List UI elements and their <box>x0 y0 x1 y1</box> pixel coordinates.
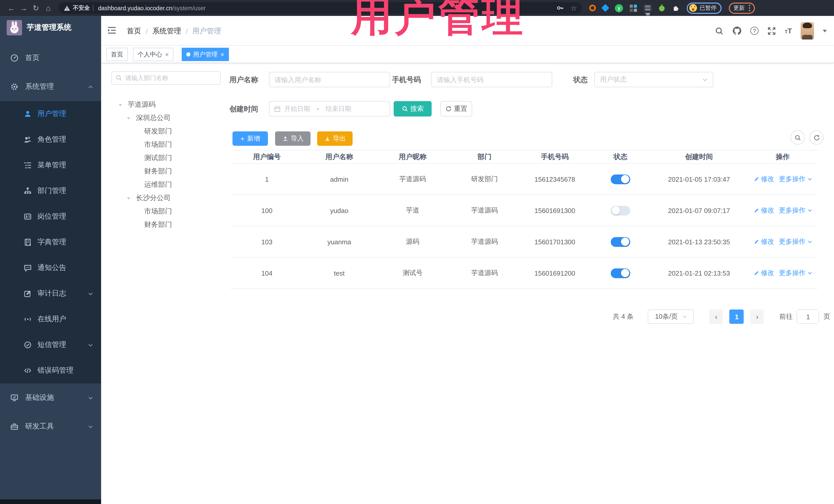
sidebar-item-online-users[interactable]: 在线用户 <box>0 306 101 332</box>
tree-node[interactable]: 芋道源码 <box>111 98 224 111</box>
close-icon[interactable]: ✕ <box>220 51 224 57</box>
sidebar-item-depts[interactable]: 部门管理 <box>0 178 101 204</box>
status-toggle[interactable] <box>611 174 630 184</box>
page-unit-label: 页 <box>824 312 830 321</box>
extension-squares-icon[interactable] <box>630 4 637 12</box>
sidebar-collapse-bar[interactable] <box>0 499 101 504</box>
update-button[interactable]: 更新 <box>729 2 755 14</box>
edit-link[interactable]: 修改 <box>753 237 774 246</box>
reload-icon[interactable]: ↻ <box>30 2 42 14</box>
tab-user-management[interactable]: 用户管理✕ <box>182 48 229 61</box>
goto-page-input[interactable] <box>797 310 819 323</box>
app-logo-row[interactable]: 芋道管理系统 <box>0 16 101 39</box>
extension-ring-icon[interactable] <box>589 5 596 11</box>
sidebar-item-posts[interactable]: 岗位管理 <box>0 204 101 229</box>
tree-node[interactable]: 深圳总公司 <box>111 111 224 125</box>
tree-node[interactable]: 市场部门 <box>111 138 224 151</box>
avatar[interactable] <box>800 22 814 40</box>
tree-node[interactable]: 运维部门 <box>111 178 224 192</box>
help-icon[interactable]: ? <box>750 27 759 35</box>
breadcrumb-home[interactable]: 首页 <box>127 27 141 36</box>
add-button[interactable]: + 新增 <box>233 131 268 146</box>
sidebar-item-system[interactable]: 系统管理 <box>0 72 101 101</box>
sidebar-item-sms[interactable]: 短信管理 <box>0 332 101 358</box>
refresh-button[interactable] <box>809 130 824 145</box>
extension-plant-icon[interactable] <box>658 4 665 12</box>
page-size-select[interactable]: 10条/页 <box>648 309 694 324</box>
caret-down-icon[interactable] <box>118 103 128 107</box>
edit-link-label: 修改 <box>761 268 774 278</box>
extension-gem-icon[interactable] <box>601 4 609 12</box>
breadcrumb-system[interactable]: 系统管理 <box>152 27 181 36</box>
more-actions-link[interactable]: 更多操作 <box>779 268 812 278</box>
sidebar-item-infrastructure[interactable]: 基础设施 <box>0 384 101 412</box>
edit-link[interactable]: 修改 <box>753 268 774 278</box>
tree-node[interactable]: 研发部门 <box>111 125 224 138</box>
prev-page-button[interactable]: ‹ <box>709 309 723 324</box>
date-range-picker[interactable]: 开始日期 - 结束日期 <box>269 101 390 116</box>
username-input[interactable] <box>269 72 390 87</box>
dept-search-input[interactable] <box>111 71 221 85</box>
tab-label: 用户管理 <box>193 50 218 59</box>
status-toggle[interactable] <box>611 237 630 247</box>
tree-node-label: 深圳总公司 <box>136 113 171 123</box>
sidebar-item-dict[interactable]: 字典管理 <box>0 229 101 255</box>
home-icon[interactable]: ⌂ <box>42 2 54 14</box>
tree-node[interactable]: 市场部门 <box>111 205 224 218</box>
avatar-caret-icon[interactable] <box>823 29 827 32</box>
address-bar[interactable]: 不安全 dashboard.yudao.iocoder.cn/system/us… <box>59 2 582 14</box>
mobile-input[interactable] <box>432 72 552 87</box>
extension-green-icon[interactable]: y <box>615 4 623 12</box>
sidebar-item-error-codes[interactable]: 错误码管理 <box>0 358 101 384</box>
tab-profile[interactable]: 个人中心✕ <box>133 48 174 61</box>
sidebar-item-home[interactable]: 首页 <box>0 44 101 72</box>
close-icon[interactable]: ✕ <box>165 51 169 57</box>
export-button[interactable]: 导出 <box>317 131 353 146</box>
forward-icon[interactable]: → <box>18 2 30 14</box>
org-tree-icon <box>24 187 32 195</box>
status-toggle[interactable] <box>611 268 630 278</box>
font-size-icon[interactable]: TT <box>785 27 792 35</box>
next-page-button[interactable]: › <box>751 309 764 324</box>
edit-link[interactable]: 修改 <box>753 175 774 184</box>
edit-link[interactable]: 修改 <box>753 206 774 215</box>
bookmark-star-icon[interactable]: ☆ <box>570 4 577 12</box>
status-select[interactable]: 用户状态 <box>594 72 714 87</box>
page-number-current[interactable]: 1 <box>729 309 744 324</box>
github-icon[interactable] <box>732 26 742 36</box>
sidebar-item-menus[interactable]: 菜单管理 <box>0 152 101 178</box>
sidebar-fold-icon[interactable] <box>107 26 116 35</box>
key-icon[interactable] <box>556 4 564 12</box>
search-button[interactable]: 搜索 <box>394 101 432 116</box>
tree-node[interactable]: 财务部门 <box>111 165 224 178</box>
reset-button[interactable]: 重置 <box>440 101 472 116</box>
caret-down-icon[interactable] <box>126 116 136 120</box>
import-button[interactable]: 导入 <box>275 131 310 146</box>
navbar-actions: ? TT <box>715 16 827 46</box>
sidebar-item-audit-log[interactable]: 审计日志 <box>0 281 101 306</box>
sidebar-item-notice[interactable]: 通知公告 <box>0 255 101 281</box>
more-actions-link[interactable]: 更多操作 <box>779 175 812 184</box>
tree-node[interactable]: 长沙分公司 <box>111 192 224 205</box>
security-label[interactable]: 不安全 <box>73 4 90 12</box>
more-actions-link[interactable]: 更多操作 <box>779 206 812 215</box>
more-actions-link[interactable]: 更多操作 <box>779 237 812 246</box>
caret-down-icon[interactable] <box>126 196 136 200</box>
fullscreen-icon[interactable] <box>767 26 776 35</box>
status-toggle[interactable] <box>611 205 630 215</box>
sidebar-item-label: 研发工具 <box>25 422 54 431</box>
sidebar-item-roles[interactable]: 角色管理 <box>0 127 101 152</box>
sidebar-item-dev-tools[interactable]: 研发工具 <box>0 412 101 441</box>
toggle-search-button[interactable] <box>790 130 805 145</box>
sidebar-item-users[interactable]: 用户管理 <box>0 101 101 127</box>
search-icon[interactable] <box>715 26 724 35</box>
tree-node[interactable]: 财务部门 <box>111 218 224 232</box>
browser-menu-icon[interactable] <box>749 5 750 11</box>
extension-tabs-icon[interactable]: on <box>643 5 652 11</box>
tab-home[interactable]: 首页 <box>106 48 128 61</box>
book-icon <box>24 238 32 246</box>
tree-node[interactable]: 测试部门 <box>111 151 224 165</box>
extensions-puzzle-icon[interactable] <box>672 4 680 12</box>
back-icon[interactable]: ← <box>5 2 18 14</box>
paused-badge[interactable]: 已暂停 <box>687 2 722 14</box>
